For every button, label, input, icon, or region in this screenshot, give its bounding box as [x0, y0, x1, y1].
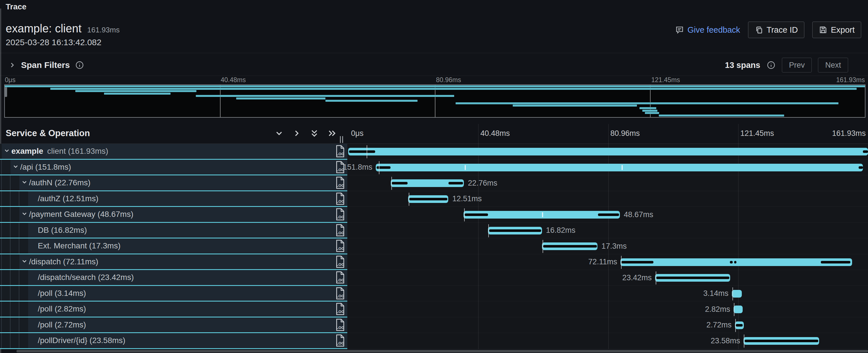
span-name-cell[interactable]: Ext. Merchant (17.3ms)LOG [0, 238, 347, 254]
span-label: exampleclient (161.93ms) [11, 147, 108, 156]
timeline-tick: 80.96ms [611, 129, 640, 137]
span-name-cell[interactable]: /authZ (12.51ms)LOG [0, 191, 347, 207]
log-icon[interactable]: LOG [335, 224, 346, 237]
span-duration-label: 48.67ms [624, 210, 653, 219]
indent-guides [0, 207, 19, 222]
log-icon[interactable]: LOG [335, 271, 346, 284]
log-icon[interactable]: LOG [335, 318, 346, 331]
span-label: /authN (22.76ms) [29, 178, 90, 187]
span-row[interactable]: /poll (2.82ms)LOG2.82ms [0, 301, 868, 318]
log-event-tick [735, 319, 736, 332]
critical-path-segment [621, 261, 653, 263]
collapse-one-icon[interactable] [273, 128, 285, 139]
log-event-tick [379, 161, 379, 174]
span-row[interactable]: /poll (2.72ms)LOG2.72ms [0, 318, 868, 333]
trace-minimap[interactable] [4, 85, 865, 118]
log-icon[interactable]: LOG [335, 302, 346, 316]
span-name-cell[interactable]: /dispatch/search (23.42ms)LOG [0, 270, 347, 286]
span-bar[interactable] [732, 290, 742, 297]
minimap-span-bar [196, 95, 455, 97]
log-icon[interactable]: LOG [335, 287, 346, 300]
span-row[interactable]: /authN (22.76ms)LOG22.76ms [0, 175, 868, 191]
span-duration-label: 72.11ms [588, 257, 617, 266]
give-feedback-link[interactable]: Give feedback [675, 25, 740, 35]
minimap-span-bar [642, 110, 657, 112]
info-icon[interactable] [767, 61, 776, 70]
span-name-cell[interactable]: /payment Gateway (48.67ms)LOG [0, 207, 347, 223]
minimap-gridline [435, 85, 435, 117]
span-row[interactable]: Ext. Merchant (17.3ms)LOG17.3ms [0, 238, 868, 254]
log-icon[interactable]: LOG [335, 208, 346, 221]
expand-one-icon[interactable] [291, 128, 302, 139]
span-row[interactable]: /poll (3.14ms)LOG3.14ms [0, 286, 868, 302]
span-name-cell[interactable]: /api (151.8ms)LOG [0, 160, 347, 175]
give-feedback-label: Give feedback [687, 25, 740, 35]
log-icon[interactable]: LOG [335, 255, 346, 268]
chevron-down-icon[interactable] [21, 210, 28, 218]
log-icon[interactable]: LOG [335, 239, 346, 252]
span-row[interactable]: /dispatch (72.11ms)LOG72.11ms [0, 254, 868, 270]
span-row[interactable]: /payment Gateway (48.67ms)LOG48.67ms [0, 207, 868, 223]
collapse-all-icon[interactable] [309, 128, 320, 139]
span-name-cell[interactable]: /pollDriver/{id} (23.58ms)LOG [0, 333, 347, 349]
prev-span-button[interactable]: Prev [782, 58, 812, 72]
timeline-header: Service & Operation 0μs 40.48ms 80.96ms … [0, 123, 868, 144]
span-bar[interactable] [734, 306, 743, 313]
chevron-down-icon[interactable] [21, 179, 28, 187]
chevron-right-icon [8, 61, 16, 69]
critical-path-segment [656, 277, 729, 279]
copy-icon [754, 26, 763, 34]
span-name-cell[interactable]: /poll (2.82ms)LOG [0, 301, 347, 318]
timeline-tick: 161.93ms [832, 129, 866, 137]
log-event-tick [542, 240, 543, 253]
span-row[interactable]: /api (151.8ms)LOG151.8ms [0, 160, 868, 175]
span-label: /authZ (12.51ms) [38, 194, 98, 203]
horizontal-scrollbar[interactable] [17, 350, 868, 352]
expand-all-icon[interactable] [326, 128, 338, 139]
span-row[interactable]: /dispatch/search (23.42ms)LOG23.42ms [0, 270, 868, 286]
span-timeline-cell: 23.42ms [348, 270, 868, 286]
span-bar[interactable] [348, 148, 868, 156]
log-icon[interactable]: LOG [335, 176, 346, 189]
span-row[interactable]: /pollDriver/{id} (23.58ms)LOG23.58ms [0, 333, 868, 349]
svg-text:LOG: LOG [336, 310, 344, 314]
span-name-cell[interactable]: /poll (2.72ms)LOG [0, 318, 347, 333]
indent-guides [0, 175, 19, 190]
minimap-gridline [220, 85, 221, 117]
span-name-cell[interactable]: exampleclient (161.93ms)LOG [0, 144, 347, 160]
span-name-cell[interactable]: /dispatch (72.11ms)LOG [0, 254, 347, 270]
span-row[interactable]: DB (16.82ms)LOG16.82ms [0, 223, 868, 239]
indent-guides [0, 144, 2, 159]
panel-title: Trace [6, 2, 26, 11]
log-icon[interactable]: LOG [335, 145, 346, 158]
column-resize-grip[interactable] [340, 136, 343, 143]
chevron-down-icon[interactable] [21, 258, 28, 266]
filters-separator [0, 75, 868, 76]
next-span-button[interactable]: Next [818, 58, 848, 72]
span-label: /poll (2.72ms) [38, 320, 86, 329]
span-name-cell[interactable]: /poll (3.14ms)LOG [0, 286, 347, 302]
span-filters-toggle[interactable]: Span Filters [8, 56, 84, 74]
span-name-cell[interactable]: DB (16.82ms)LOG [0, 223, 347, 239]
minimap-tick: 80.96ms [436, 76, 461, 84]
indent-guides [0, 333, 28, 348]
log-event-tick [656, 271, 656, 285]
minimap-span-bar [50, 88, 857, 90]
minimap-drag-handle[interactable] [4, 86, 7, 97]
minimap-tick: 40.48ms [221, 76, 246, 84]
span-label: /pollDriver/{id} (23.58ms) [38, 336, 125, 345]
span-name-cell[interactable]: /authN (22.76ms)LOG [0, 175, 347, 191]
log-icon[interactable]: LOG [335, 192, 346, 205]
svg-text:LOG: LOG [336, 215, 344, 219]
log-icon[interactable]: LOG [335, 334, 346, 347]
span-timeline-cell: 72.11ms [348, 254, 868, 270]
export-button[interactable]: Export [812, 22, 861, 38]
chevron-down-icon[interactable] [12, 163, 19, 171]
trace-id-button[interactable]: Trace ID [748, 22, 804, 38]
span-row[interactable]: /authZ (12.51ms)LOG12.51ms [0, 191, 868, 207]
info-icon[interactable] [75, 61, 84, 70]
timeline-tick: 121.45ms [740, 129, 774, 137]
span-row[interactable]: exampleclient (161.93ms)LOG [0, 144, 868, 160]
span-bar[interactable] [376, 164, 863, 171]
chevron-down-icon[interactable] [3, 147, 10, 155]
